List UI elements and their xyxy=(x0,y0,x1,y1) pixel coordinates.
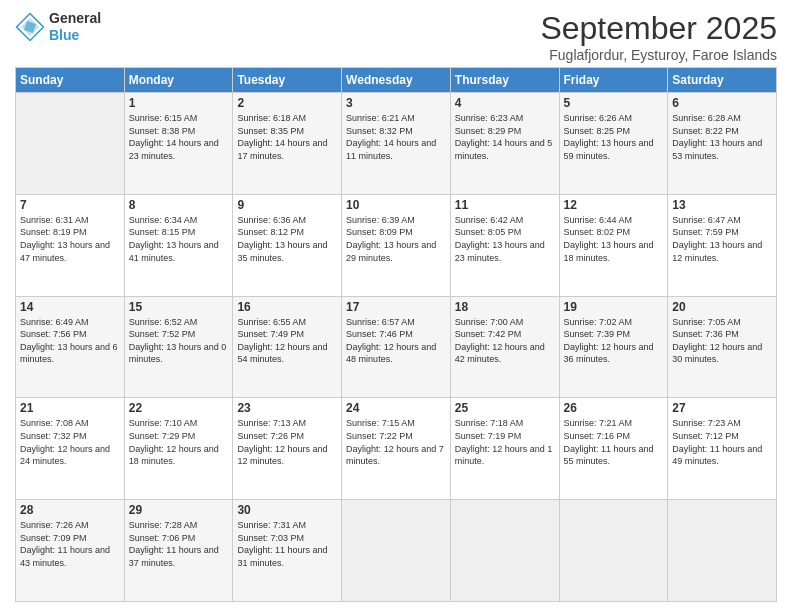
calendar-cell: 9Sunrise: 6:36 AM Sunset: 8:12 PM Daylig… xyxy=(233,194,342,296)
day-number: 25 xyxy=(455,401,555,415)
day-number: 9 xyxy=(237,198,337,212)
calendar-cell: 10Sunrise: 6:39 AM Sunset: 8:09 PM Dayli… xyxy=(342,194,451,296)
calendar-week-3: 14Sunrise: 6:49 AM Sunset: 7:56 PM Dayli… xyxy=(16,296,777,398)
logo: General Blue xyxy=(15,10,101,44)
calendar-cell xyxy=(559,500,668,602)
day-detail: Sunrise: 6:18 AM Sunset: 8:35 PM Dayligh… xyxy=(237,112,337,162)
day-detail: Sunrise: 7:23 AM Sunset: 7:12 PM Dayligh… xyxy=(672,417,772,467)
day-detail: Sunrise: 6:26 AM Sunset: 8:25 PM Dayligh… xyxy=(564,112,664,162)
calendar-cell: 4Sunrise: 6:23 AM Sunset: 8:29 PM Daylig… xyxy=(450,93,559,195)
day-number: 16 xyxy=(237,300,337,314)
calendar-cell: 5Sunrise: 6:26 AM Sunset: 8:25 PM Daylig… xyxy=(559,93,668,195)
calendar-cell: 8Sunrise: 6:34 AM Sunset: 8:15 PM Daylig… xyxy=(124,194,233,296)
calendar-cell: 20Sunrise: 7:05 AM Sunset: 7:36 PM Dayli… xyxy=(668,296,777,398)
logo-text: General Blue xyxy=(49,10,101,44)
day-detail: Sunrise: 7:15 AM Sunset: 7:22 PM Dayligh… xyxy=(346,417,446,467)
calendar-cell: 11Sunrise: 6:42 AM Sunset: 8:05 PM Dayli… xyxy=(450,194,559,296)
calendar-cell: 6Sunrise: 6:28 AM Sunset: 8:22 PM Daylig… xyxy=(668,93,777,195)
calendar-week-5: 28Sunrise: 7:26 AM Sunset: 7:09 PM Dayli… xyxy=(16,500,777,602)
calendar-cell: 12Sunrise: 6:44 AM Sunset: 8:02 PM Dayli… xyxy=(559,194,668,296)
header-tuesday: Tuesday xyxy=(233,68,342,93)
calendar: Sunday Monday Tuesday Wednesday Thursday… xyxy=(15,67,777,602)
calendar-cell: 26Sunrise: 7:21 AM Sunset: 7:16 PM Dayli… xyxy=(559,398,668,500)
location-subtitle: Fuglafjordur, Eysturoy, Faroe Islands xyxy=(540,47,777,63)
day-number: 6 xyxy=(672,96,772,110)
day-detail: Sunrise: 7:13 AM Sunset: 7:26 PM Dayligh… xyxy=(237,417,337,467)
calendar-cell: 24Sunrise: 7:15 AM Sunset: 7:22 PM Dayli… xyxy=(342,398,451,500)
day-detail: Sunrise: 7:10 AM Sunset: 7:29 PM Dayligh… xyxy=(129,417,229,467)
calendar-cell: 2Sunrise: 6:18 AM Sunset: 8:35 PM Daylig… xyxy=(233,93,342,195)
day-detail: Sunrise: 7:21 AM Sunset: 7:16 PM Dayligh… xyxy=(564,417,664,467)
day-number: 30 xyxy=(237,503,337,517)
calendar-cell: 23Sunrise: 7:13 AM Sunset: 7:26 PM Dayli… xyxy=(233,398,342,500)
day-detail: Sunrise: 6:34 AM Sunset: 8:15 PM Dayligh… xyxy=(129,214,229,264)
logo-icon xyxy=(15,12,45,42)
calendar-cell xyxy=(450,500,559,602)
day-detail: Sunrise: 6:36 AM Sunset: 8:12 PM Dayligh… xyxy=(237,214,337,264)
day-detail: Sunrise: 6:42 AM Sunset: 8:05 PM Dayligh… xyxy=(455,214,555,264)
header-friday: Friday xyxy=(559,68,668,93)
calendar-week-1: 1Sunrise: 6:15 AM Sunset: 8:38 PM Daylig… xyxy=(16,93,777,195)
calendar-cell xyxy=(16,93,125,195)
calendar-cell: 1Sunrise: 6:15 AM Sunset: 8:38 PM Daylig… xyxy=(124,93,233,195)
page: General Blue September 2025 Fuglafjordur… xyxy=(0,0,792,612)
day-detail: Sunrise: 6:44 AM Sunset: 8:02 PM Dayligh… xyxy=(564,214,664,264)
calendar-cell: 28Sunrise: 7:26 AM Sunset: 7:09 PM Dayli… xyxy=(16,500,125,602)
calendar-cell: 18Sunrise: 7:00 AM Sunset: 7:42 PM Dayli… xyxy=(450,296,559,398)
calendar-header-row: Sunday Monday Tuesday Wednesday Thursday… xyxy=(16,68,777,93)
day-number: 29 xyxy=(129,503,229,517)
day-number: 27 xyxy=(672,401,772,415)
calendar-cell: 3Sunrise: 6:21 AM Sunset: 8:32 PM Daylig… xyxy=(342,93,451,195)
day-detail: Sunrise: 6:57 AM Sunset: 7:46 PM Dayligh… xyxy=(346,316,446,366)
month-title: September 2025 xyxy=(540,10,777,47)
day-detail: Sunrise: 6:15 AM Sunset: 8:38 PM Dayligh… xyxy=(129,112,229,162)
day-number: 5 xyxy=(564,96,664,110)
day-number: 10 xyxy=(346,198,446,212)
header-thursday: Thursday xyxy=(450,68,559,93)
calendar-cell xyxy=(342,500,451,602)
day-number: 23 xyxy=(237,401,337,415)
day-detail: Sunrise: 7:05 AM Sunset: 7:36 PM Dayligh… xyxy=(672,316,772,366)
day-detail: Sunrise: 6:31 AM Sunset: 8:19 PM Dayligh… xyxy=(20,214,120,264)
day-number: 14 xyxy=(20,300,120,314)
day-detail: Sunrise: 7:02 AM Sunset: 7:39 PM Dayligh… xyxy=(564,316,664,366)
title-block: September 2025 Fuglafjordur, Eysturoy, F… xyxy=(540,10,777,63)
day-number: 4 xyxy=(455,96,555,110)
header-sunday: Sunday xyxy=(16,68,125,93)
day-number: 26 xyxy=(564,401,664,415)
calendar-cell: 22Sunrise: 7:10 AM Sunset: 7:29 PM Dayli… xyxy=(124,398,233,500)
day-number: 15 xyxy=(129,300,229,314)
calendar-cell: 17Sunrise: 6:57 AM Sunset: 7:46 PM Dayli… xyxy=(342,296,451,398)
header-monday: Monday xyxy=(124,68,233,93)
day-detail: Sunrise: 7:28 AM Sunset: 7:06 PM Dayligh… xyxy=(129,519,229,569)
calendar-cell: 14Sunrise: 6:49 AM Sunset: 7:56 PM Dayli… xyxy=(16,296,125,398)
calendar-cell: 7Sunrise: 6:31 AM Sunset: 8:19 PM Daylig… xyxy=(16,194,125,296)
day-number: 24 xyxy=(346,401,446,415)
day-number: 1 xyxy=(129,96,229,110)
day-number: 21 xyxy=(20,401,120,415)
day-detail: Sunrise: 7:08 AM Sunset: 7:32 PM Dayligh… xyxy=(20,417,120,467)
day-detail: Sunrise: 6:47 AM Sunset: 7:59 PM Dayligh… xyxy=(672,214,772,264)
day-number: 11 xyxy=(455,198,555,212)
header-saturday: Saturday xyxy=(668,68,777,93)
calendar-cell: 13Sunrise: 6:47 AM Sunset: 7:59 PM Dayli… xyxy=(668,194,777,296)
day-number: 7 xyxy=(20,198,120,212)
calendar-cell xyxy=(668,500,777,602)
day-detail: Sunrise: 6:52 AM Sunset: 7:52 PM Dayligh… xyxy=(129,316,229,366)
day-detail: Sunrise: 7:18 AM Sunset: 7:19 PM Dayligh… xyxy=(455,417,555,467)
calendar-cell: 16Sunrise: 6:55 AM Sunset: 7:49 PM Dayli… xyxy=(233,296,342,398)
day-detail: Sunrise: 6:28 AM Sunset: 8:22 PM Dayligh… xyxy=(672,112,772,162)
day-detail: Sunrise: 7:00 AM Sunset: 7:42 PM Dayligh… xyxy=(455,316,555,366)
header-wednesday: Wednesday xyxy=(342,68,451,93)
day-number: 20 xyxy=(672,300,772,314)
calendar-cell: 27Sunrise: 7:23 AM Sunset: 7:12 PM Dayli… xyxy=(668,398,777,500)
calendar-cell: 30Sunrise: 7:31 AM Sunset: 7:03 PM Dayli… xyxy=(233,500,342,602)
day-detail: Sunrise: 6:23 AM Sunset: 8:29 PM Dayligh… xyxy=(455,112,555,162)
calendar-week-4: 21Sunrise: 7:08 AM Sunset: 7:32 PM Dayli… xyxy=(16,398,777,500)
day-detail: Sunrise: 6:49 AM Sunset: 7:56 PM Dayligh… xyxy=(20,316,120,366)
header: General Blue September 2025 Fuglafjordur… xyxy=(15,10,777,63)
day-detail: Sunrise: 7:26 AM Sunset: 7:09 PM Dayligh… xyxy=(20,519,120,569)
day-number: 2 xyxy=(237,96,337,110)
calendar-cell: 29Sunrise: 7:28 AM Sunset: 7:06 PM Dayli… xyxy=(124,500,233,602)
calendar-cell: 25Sunrise: 7:18 AM Sunset: 7:19 PM Dayli… xyxy=(450,398,559,500)
